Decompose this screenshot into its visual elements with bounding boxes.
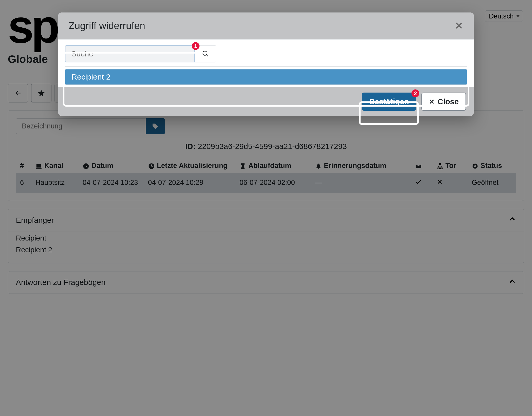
modal-title: Zugriff widerrufen [69,20,145,31]
step-badge-2: 2 [411,89,419,97]
close-button[interactable]: Close [421,93,466,111]
step-badge-1: 1 [192,42,200,50]
confirm-button[interactable]: Bestätigen 2 [362,93,416,111]
search-input[interactable] [65,45,195,62]
close-icon[interactable]: ✕ [455,20,463,32]
revoke-access-modal: Zugriff widerrufen ✕ 1 Recipient 2 Bestä… [58,12,474,116]
dropdown-option[interactable]: Recipient 2 [65,69,467,84]
search-dropdown: Recipient 2 [65,69,467,85]
